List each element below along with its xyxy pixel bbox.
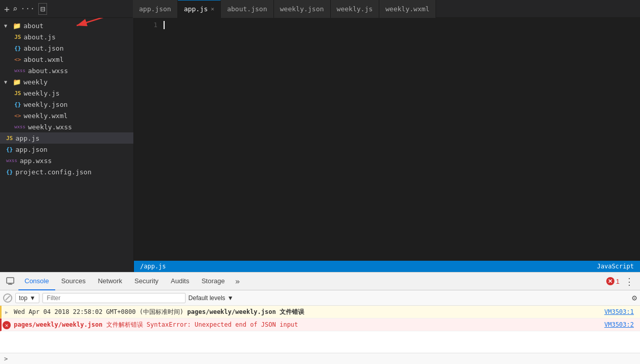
tab-label: Audits — [171, 277, 189, 285]
tab-close-icon[interactable]: ✕ — [211, 6, 215, 12]
tab-about-json[interactable]: about.json — [221, 0, 273, 18]
file-app-js[interactable]: JS app.js — [0, 132, 133, 144]
tab-app-js[interactable]: app.js ✕ — [178, 0, 221, 18]
file-weekly-wxml[interactable]: <> weekly.wxml — [0, 110, 133, 121]
tab-weekly-json[interactable]: weekly.json — [274, 0, 331, 18]
wxml-icon: <> — [14, 112, 21, 119]
file-path: pages/weekly/weekly.json 文件错误 — [187, 308, 304, 315]
more-icon[interactable]: ··· — [20, 5, 35, 13]
file-about-js[interactable]: JS about.js — [0, 31, 133, 42]
timestamp: Wed Apr 04 2018 22:58:02 GMT+0800 (中国标准时… — [14, 308, 184, 315]
file-app-json[interactable]: {} app.json — [0, 144, 133, 155]
js-icon: JS — [6, 135, 13, 142]
file-weekly-json[interactable]: {} weekly.json — [0, 99, 133, 110]
devtools-settings-icon[interactable]: ⋮ — [623, 276, 636, 287]
js-icon: JS — [14, 90, 21, 97]
folder-icon: 📁 — [13, 22, 21, 30]
tab-label: app.js — [184, 5, 208, 13]
filepath-label: /app.js — [140, 263, 166, 270]
search-icon[interactable]: ⌕ — [13, 4, 18, 14]
devtools-tab-console[interactable]: Console — [18, 272, 55, 290]
plus-icon[interactable]: + — [4, 4, 10, 14]
devtools-tab-audits[interactable]: Audits — [165, 272, 195, 290]
devtools-panel: Console Sources Network Security Audits … — [0, 272, 640, 364]
editor-content[interactable]: 1 — [134, 18, 640, 32]
file-name: weekly.wxss — [28, 123, 72, 131]
editor-icons: + ⌕ ··· ⊟ — [0, 3, 133, 15]
tab-app-json[interactable]: app.json — [133, 0, 178, 18]
error-count: 1 — [616, 278, 620, 285]
devtools-right-icons: ✕ 1 ⋮ — [606, 276, 640, 287]
console-toolbar: top ▼ Default levels ▼ ⚙ — [0, 290, 640, 306]
parse-error-label: 文件解析错误 — [106, 321, 143, 328]
devtools-tab-security[interactable]: Security — [128, 272, 165, 290]
file-name: project.config.json — [15, 168, 92, 176]
tab-label: app.json — [139, 5, 171, 13]
wxss-icon: wxss — [14, 68, 26, 73]
expand-icon[interactable]: ✕ — [2, 318, 12, 331]
wxss-icon: wxss — [6, 158, 17, 163]
error-dot: ✕ — [606, 277, 614, 285]
tab-label: Storage — [201, 277, 225, 285]
bottom-console-row: > — [0, 353, 640, 364]
dropdown-arrow: ▼ — [30, 294, 36, 302]
json-icon: {} — [14, 45, 21, 52]
devtools-more-icon[interactable]: » — [231, 277, 244, 286]
filter-input[interactable] — [42, 293, 186, 303]
tab-weekly-wxml[interactable]: weekly.wxml — [379, 0, 436, 18]
wxml-icon: <> — [14, 56, 21, 63]
expand-arrow[interactable]: ▶ — [2, 306, 12, 318]
console-entry-error: ✕ pages/weekly/weekly.json 文件解析错误 Syntax… — [0, 318, 640, 331]
block-icon[interactable] — [3, 293, 12, 303]
json-icon: {} — [6, 146, 13, 153]
tab-bar: + ⌕ ··· ⊟ app.json app.js ✕ about.json w… — [0, 0, 640, 18]
svg-rect-2 — [7, 278, 14, 283]
devtools-tab-sources[interactable]: Sources — [55, 272, 92, 290]
expand-arrow: ▼ — [4, 79, 10, 85]
console-entry-warning: ▶ Wed Apr 04 2018 22:58:02 GMT+0800 (中国标… — [0, 306, 640, 318]
file-name: about.wxml — [24, 56, 63, 63]
file-about-wxml[interactable]: <> about.wxml — [0, 54, 133, 65]
devtools-tab-storage[interactable]: Storage — [195, 272, 231, 290]
error-badge: ✕ 1 — [606, 277, 620, 285]
syntax-error: SyntaxError: Unexpected end of JSON inpu… — [147, 321, 298, 328]
console-prompt[interactable]: > — [4, 355, 8, 362]
tab-weekly-js[interactable]: weekly.js — [331, 0, 379, 18]
file-name: weekly.json — [24, 101, 67, 108]
folder-weekly[interactable]: ▼ 📁 weekly — [0, 76, 133, 87]
context-selector[interactable]: top ▼ — [15, 293, 39, 303]
main-area: ▼ 📁 about JS about.js {} about.json <> a… — [0, 18, 640, 272]
file-about-json[interactable]: {} about.json — [0, 42, 133, 54]
devtools-inspect-icon[interactable] — [2, 277, 18, 285]
devtools-tab-network[interactable]: Network — [92, 272, 128, 290]
file-about-wxss[interactable]: wxss about.wxss — [0, 65, 133, 76]
levels-label: Default levels — [189, 294, 225, 302]
levels-selector[interactable]: Default levels ▼ — [189, 294, 234, 302]
tab-label: Security — [134, 277, 158, 285]
vm-link[interactable]: VM3503:1 — [604, 307, 634, 316]
file-name: about.json — [24, 44, 63, 52]
folder-about[interactable]: ▼ 📁 about — [0, 20, 133, 31]
tab-label: weekly.js — [337, 5, 373, 13]
file-project-config[interactable]: {} project.config.json — [0, 166, 133, 177]
line-number: 1 — [142, 20, 157, 30]
editor-area: 1 /app.js JavaScript — [134, 18, 640, 272]
file-name: app.json — [15, 146, 48, 153]
line-1: 1 — [134, 20, 640, 30]
js-icon: JS — [14, 34, 21, 40]
file-weekly-js[interactable]: JS weekly.js — [0, 87, 133, 99]
file-name: app.wxss — [20, 157, 52, 165]
console-messages: ▶ Wed Apr 04 2018 22:58:02 GMT+0800 (中国标… — [0, 306, 640, 353]
file-weekly-wxss[interactable]: wxss weekly.wxss — [0, 121, 133, 132]
tab-label: weekly.wxml — [385, 5, 429, 13]
gear-icon[interactable]: ⚙ — [632, 293, 637, 303]
vm-link[interactable]: VM3503:2 — [604, 320, 634, 329]
file-app-wxss[interactable]: wxss app.wxss — [0, 155, 133, 166]
tab-label: Sources — [61, 277, 86, 285]
file-name: weekly.wxml — [24, 112, 67, 120]
dropdown-arrow: ▼ — [227, 294, 234, 302]
expand-arrow: ▼ — [4, 23, 10, 29]
file-tree: ▼ 📁 about JS about.js {} about.json <> a… — [0, 18, 134, 272]
split-icon[interactable]: ⊟ — [38, 3, 48, 15]
error-path: pages/weekly/weekly.json — [14, 321, 102, 328]
